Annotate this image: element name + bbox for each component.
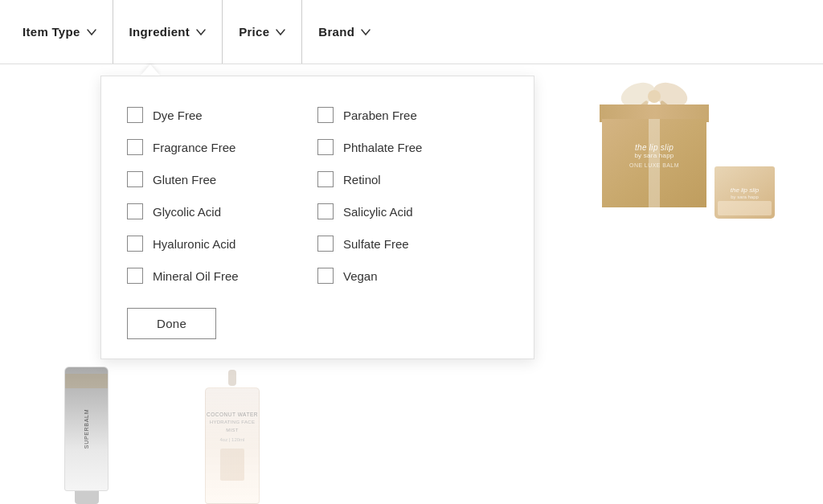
filter-bar: Item Type Ingredient Price Brand bbox=[0, 0, 823, 64]
filter-ingredient-label: Ingredient bbox=[129, 25, 190, 39]
chevron-down-icon bbox=[361, 27, 371, 37]
checkbox-input-salicylic-acid[interactable] bbox=[317, 203, 334, 219]
chevron-down-icon bbox=[196, 27, 206, 37]
tube-label: SUPERBALM bbox=[84, 409, 89, 449]
checkbox-retinol[interactable]: Retinol bbox=[317, 163, 508, 195]
chevron-down-icon bbox=[87, 27, 96, 37]
checkbox-label-salicylic-acid: Salicylic Acid bbox=[343, 205, 413, 219]
checkbox-input-mineral-oil-free[interactable] bbox=[127, 268, 143, 284]
dropdown-box: Dye Free Fragrance Free Gluten Free Glyc… bbox=[100, 76, 534, 359]
checkbox-input-phthalate-free[interactable] bbox=[317, 139, 334, 155]
checkbox-salicylic-acid[interactable]: Salicylic Acid bbox=[317, 195, 508, 227]
checkbox-hyaluronic-acid[interactable]: Hyaluronic Acid bbox=[127, 227, 317, 260]
checkbox-label-sulfate-free: Sulfate Free bbox=[343, 237, 409, 251]
checkbox-dye-free[interactable]: Dye Free bbox=[127, 99, 317, 131]
checkbox-input-vegan[interactable] bbox=[317, 268, 334, 284]
checkbox-input-glycolic-acid[interactable] bbox=[127, 203, 143, 219]
checkbox-gluten-free[interactable]: Gluten Free bbox=[127, 163, 317, 195]
svg-point-2 bbox=[648, 90, 661, 103]
filter-price[interactable]: Price bbox=[239, 0, 302, 64]
checkbox-input-sulfate-free[interactable] bbox=[317, 236, 334, 252]
checkbox-sulfate-free[interactable]: Sulfate Free bbox=[317, 227, 508, 260]
filter-item-type[interactable]: Item Type bbox=[23, 0, 113, 64]
filter-item-type-label: Item Type bbox=[23, 25, 80, 39]
checkbox-label-retinol: Retinol bbox=[343, 173, 381, 186]
checkbox-label-dye-free: Dye Free bbox=[153, 109, 203, 122]
checkbox-label-gluten-free: Gluten Free bbox=[153, 173, 216, 186]
filter-brand[interactable]: Brand bbox=[318, 0, 387, 64]
checkbox-label-vegan: Vegan bbox=[343, 269, 378, 283]
checkbox-paraben-free[interactable]: Paraben Free bbox=[317, 99, 508, 131]
small-jar-sub-text: by sara happ bbox=[731, 195, 759, 199]
product-bottom-area: SUPERBALM COCONUT WATER HYDRATING FACE M… bbox=[64, 367, 260, 504]
filter-ingredient[interactable]: Ingredient bbox=[129, 0, 223, 64]
checkbox-input-dye-free[interactable] bbox=[127, 107, 143, 123]
checkbox-input-retinol[interactable] bbox=[317, 171, 334, 187]
checkbox-label-paraben-free: Paraben Free bbox=[343, 109, 417, 122]
checkbox-input-paraben-free[interactable] bbox=[317, 107, 334, 123]
done-button[interactable]: Done bbox=[127, 308, 216, 339]
bottle-line3: 4oz | 120ml bbox=[220, 437, 245, 442]
filter-brand-label: Brand bbox=[318, 25, 354, 39]
checkbox-label-fragrance-free: Fragrance Free bbox=[153, 141, 235, 154]
product-right-area: the lip slip by sara happ ONE LUXE BALM … bbox=[602, 96, 775, 225]
chevron-down-icon bbox=[276, 27, 285, 37]
checkbox-grid: Dye Free Fragrance Free Gluten Free Glyc… bbox=[127, 99, 508, 292]
checkbox-glycolic-acid[interactable]: Glycolic Acid bbox=[127, 195, 317, 227]
dropdown-caret bbox=[141, 64, 160, 76]
checkbox-mineral-oil-free[interactable]: Mineral Oil Free bbox=[127, 260, 317, 292]
bottle-line1: COCONUT WATER bbox=[207, 411, 258, 419]
filter-price-label: Price bbox=[239, 25, 269, 39]
checkbox-vegan[interactable]: Vegan bbox=[317, 260, 508, 292]
checkbox-label-phthalate-free: Phthalate Free bbox=[343, 141, 422, 154]
checkbox-input-hyaluronic-acid[interactable] bbox=[127, 236, 143, 252]
ingredient-dropdown: Dye Free Fragrance Free Gluten Free Glyc… bbox=[100, 64, 534, 359]
checkbox-input-gluten-free[interactable] bbox=[127, 171, 143, 187]
checkbox-label-hyaluronic-acid: Hyaluronic Acid bbox=[153, 237, 235, 251]
small-jar-main-text: the lip slip bbox=[731, 186, 760, 195]
checkbox-fragrance-free[interactable]: Fragrance Free bbox=[127, 131, 317, 163]
checkbox-label-glycolic-acid: Glycolic Acid bbox=[153, 205, 221, 219]
checkbox-label-mineral-oil-free: Mineral Oil Free bbox=[153, 269, 239, 283]
checkbox-phthalate-free[interactable]: Phthalate Free bbox=[317, 131, 508, 163]
checkbox-input-fragrance-free[interactable] bbox=[127, 139, 143, 155]
bottle-line2: HYDRATING FACE MIST bbox=[206, 419, 259, 434]
